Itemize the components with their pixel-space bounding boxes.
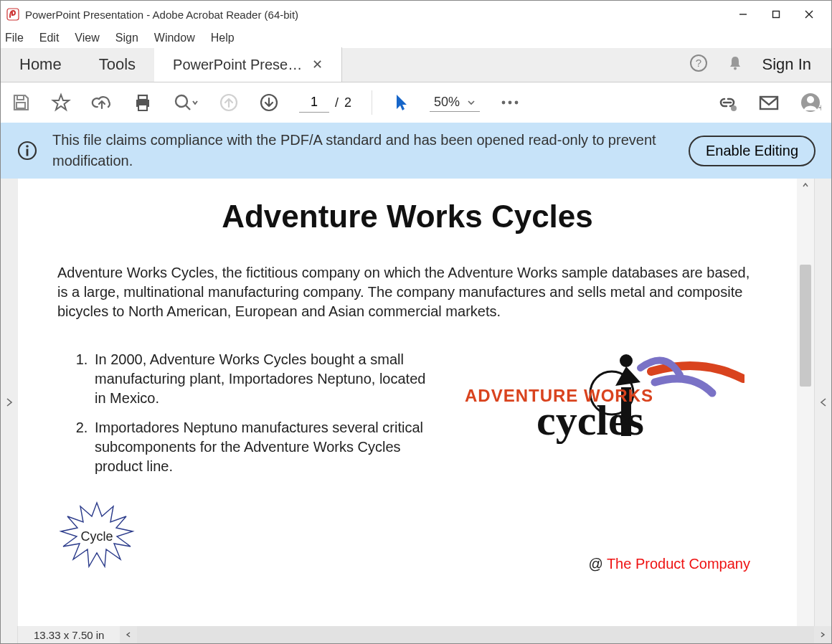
tab-document[interactable]: PowerPoint Present... ✕ (154, 47, 342, 82)
doc-paragraph: Adventure Works Cycles, the fictitious c… (57, 263, 757, 321)
page-down-icon[interactable] (259, 93, 279, 113)
menu-view[interactable]: View (75, 32, 99, 44)
page-up-icon[interactable] (219, 93, 239, 113)
svg-point-22 (807, 96, 814, 103)
title-bar: PowerPoint Presentation - Adobe Acrobat … (1, 1, 831, 28)
cloud-upload-icon[interactable] (91, 93, 113, 113)
document-viewport[interactable]: Adventure Works Cycles Adventure Works C… (18, 179, 797, 626)
right-panel-toggle[interactable] (814, 179, 831, 626)
tab-strip: Home Tools PowerPoint Present... ✕ ? Sig… (1, 48, 831, 82)
bell-icon[interactable] (727, 55, 744, 75)
svg-rect-9 (16, 103, 25, 108)
svg-line-13 (186, 105, 190, 110)
menu-bar: File Edit View Sign Window Help (1, 28, 831, 48)
page-dimensions: 13.33 x 7.50 in (18, 629, 120, 641)
sign-in-button[interactable]: Sign In (762, 55, 812, 74)
list-item: Importadores Neptuno manufactures severa… (92, 418, 430, 476)
scroll-thumb[interactable] (800, 265, 811, 387)
svg-rect-8 (17, 95, 24, 100)
zoom-icon[interactable] (173, 93, 199, 113)
window-title: PowerPoint Presentation - Adobe Acrobat … (25, 9, 298, 21)
chevron-down-icon (467, 99, 476, 106)
svg-rect-10 (138, 95, 147, 100)
svg-rect-11 (138, 105, 147, 110)
vertical-scrollbar[interactable] (797, 179, 814, 626)
zoom-control[interactable]: 50% (430, 93, 480, 112)
page-control: / 2 (299, 93, 351, 113)
tab-home-label: Home (19, 55, 62, 74)
save-icon[interactable] (11, 93, 31, 113)
help-icon[interactable]: ? (689, 54, 708, 75)
svg-point-25 (26, 145, 29, 148)
svg-point-18 (515, 101, 519, 105)
window-close-button[interactable] (793, 1, 826, 28)
account-icon[interactable]: + (800, 92, 821, 113)
logo-line2: cycles (536, 397, 644, 444)
info-icon (16, 141, 38, 161)
svg-text:?: ? (695, 57, 701, 69)
svg-point-19 (731, 105, 737, 111)
toolbar: / 2 50% + (1, 82, 831, 123)
horizontal-scrollbar[interactable] (120, 626, 831, 643)
menu-help[interactable]: Help (211, 32, 235, 44)
svg-rect-2 (773, 11, 780, 18)
footer-at: @ (588, 556, 607, 572)
email-icon[interactable] (758, 94, 780, 111)
share-link-icon[interactable] (717, 93, 738, 112)
svg-point-16 (502, 101, 506, 105)
footer-company: The Product Company (607, 556, 750, 572)
tab-tools-label: Tools (99, 55, 136, 74)
svg-text:+: + (818, 102, 821, 113)
scroll-left-icon[interactable] (120, 626, 137, 643)
tab-document-label: PowerPoint Present... (173, 57, 305, 73)
app-icon (6, 8, 19, 21)
star-icon[interactable] (51, 93, 71, 113)
scroll-up-icon[interactable] (797, 179, 814, 191)
left-panel-toggle[interactable] (1, 179, 18, 626)
starburst-label: Cycle (80, 529, 113, 544)
enable-editing-button[interactable]: Enable Editing (689, 136, 816, 166)
svg-point-17 (509, 101, 512, 105)
info-message: This file claims compliance with the PDF… (52, 130, 674, 171)
list-item: In 2000, Adventure Works Cycles bought a… (92, 350, 430, 408)
menu-file[interactable]: File (5, 32, 24, 44)
starburst-shape: Cycle (57, 501, 136, 572)
menu-window[interactable]: Window (154, 32, 195, 44)
scroll-right-icon[interactable] (814, 626, 831, 643)
tab-close-icon[interactable]: ✕ (312, 57, 323, 72)
tab-home[interactable]: Home (1, 47, 80, 82)
tab-tools[interactable]: Tools (80, 47, 154, 82)
doc-title: Adventure Works Cycles (57, 199, 757, 235)
svg-rect-26 (27, 149, 29, 156)
window-maximize-button[interactable] (760, 1, 793, 28)
cursor-icon[interactable] (392, 93, 410, 113)
doc-logo: ADVENTURE WORKS cycles (445, 350, 757, 486)
svg-point-12 (176, 95, 187, 107)
zoom-value: 50% (434, 95, 460, 110)
window-minimize-button[interactable] (727, 1, 760, 28)
doc-list: In 2000, Adventure Works Cycles bought a… (57, 350, 430, 486)
more-icon[interactable] (500, 99, 520, 106)
footer-brand: @ The Product Company (588, 556, 750, 572)
svg-point-7 (734, 67, 737, 70)
svg-point-28 (620, 354, 633, 367)
page-sep: / (335, 95, 339, 110)
menu-sign[interactable]: Sign (115, 32, 138, 44)
menu-edit[interactable]: Edit (39, 32, 60, 44)
page-total: 2 (344, 95, 351, 110)
info-bar: This file claims compliance with the PDF… (1, 123, 831, 179)
status-bar: 13.33 x 7.50 in (1, 626, 831, 643)
page-current-input[interactable] (299, 93, 329, 113)
print-icon[interactable] (133, 93, 153, 113)
